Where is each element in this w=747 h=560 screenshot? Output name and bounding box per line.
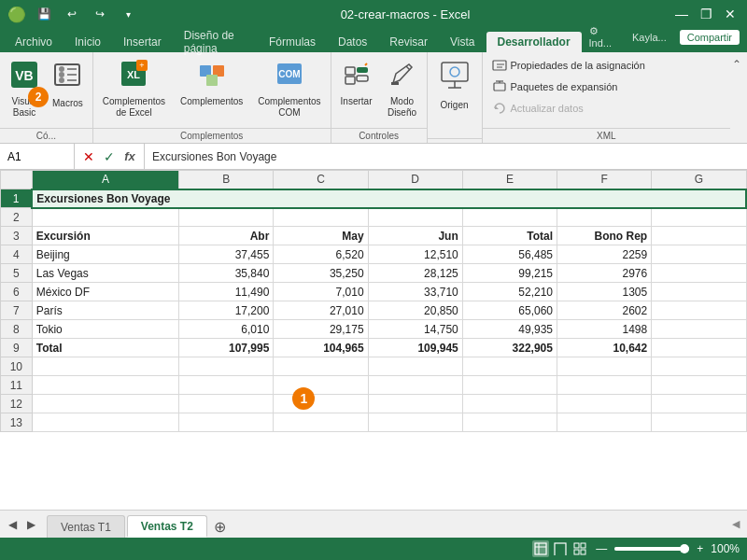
row-header-5[interactable]: 5 (1, 264, 33, 283)
cell-C10[interactable] (274, 357, 368, 376)
cell-D12[interactable] (368, 395, 462, 413)
cell-G3[interactable] (652, 227, 746, 245)
row-header-3[interactable]: 3 (1, 227, 33, 245)
zoom-in-button[interactable]: + (697, 542, 703, 555)
cell-C7[interactable]: 27,010 (274, 301, 368, 320)
cell-B8[interactable]: 6,010 (179, 320, 274, 339)
tab-insertar[interactable]: Insertar (112, 32, 173, 52)
cell-E9[interactable]: 322,905 (462, 339, 557, 357)
cell-E3[interactable]: Total (462, 227, 557, 245)
row-header-7[interactable]: 7 (1, 301, 33, 320)
confirm-formula-button[interactable]: ✓ (101, 148, 118, 165)
cell-A2[interactable] (32, 208, 178, 227)
cell-B12[interactable] (179, 395, 274, 413)
cell-G13[interactable] (652, 413, 746, 432)
cell-E4[interactable]: 56,485 (462, 245, 557, 264)
cell-E8[interactable]: 49,935 (462, 320, 557, 339)
complementos-com-button[interactable]: COM ComplementosCOM (252, 56, 326, 122)
cell-D8[interactable]: 14,750 (368, 320, 462, 339)
page-layout-button[interactable] (552, 540, 569, 557)
macros-button[interactable]: Macros (47, 56, 89, 113)
cell-F10[interactable] (557, 357, 651, 376)
col-header-B[interactable]: B (179, 171, 274, 189)
minimize-button[interactable]: — (672, 5, 691, 23)
col-header-D[interactable]: D (368, 171, 462, 189)
account-button[interactable]: Kayla... (625, 30, 674, 45)
insert-function-button[interactable]: fx (121, 148, 138, 165)
normal-view-button[interactable] (532, 540, 549, 557)
cell-C11[interactable] (274, 376, 368, 395)
tab-inicio[interactable]: Inicio (63, 32, 112, 52)
cell-C6[interactable]: 7,010 (274, 283, 368, 301)
cell-C9[interactable]: 104,965 (274, 339, 368, 357)
cell-B3[interactable]: Abr (179, 227, 274, 245)
scroll-left-button[interactable]: ◀ (4, 516, 21, 533)
cell-A10[interactable] (32, 357, 178, 376)
cell-D10[interactable] (368, 357, 462, 376)
collapse-button[interactable]: ⌃ (730, 56, 743, 73)
cell-B4[interactable]: 37,455 (179, 245, 274, 264)
cell-A9[interactable]: Total (32, 339, 178, 357)
cell-F3[interactable]: Bono Rep (557, 227, 651, 245)
tab-archivo[interactable]: Archivo (4, 32, 63, 52)
row-header-12[interactable]: 12 (1, 395, 33, 413)
tab-revisar[interactable]: Revisar (378, 32, 439, 52)
tab-diseno[interactable]: Diseño de página (173, 32, 258, 52)
row-header-6[interactable]: 6 (1, 283, 33, 301)
cell-E2[interactable] (462, 208, 557, 227)
cell-A6[interactable]: México DF (32, 283, 178, 301)
cell-C4[interactable]: 6,520 (274, 245, 368, 264)
cell-F5[interactable]: 2976 (557, 264, 651, 283)
cell-F12[interactable] (557, 395, 651, 413)
cell-B13[interactable] (179, 413, 274, 432)
cell-A12[interactable] (32, 395, 178, 413)
cell-D9[interactable]: 109,945 (368, 339, 462, 357)
cell-F7[interactable]: 2602 (557, 301, 651, 320)
cell-A5[interactable]: Las Vegas (32, 264, 178, 283)
complementos-excel-button[interactable]: XL + Complementosde Excel (97, 56, 171, 122)
cell-A3[interactable]: Excursión (32, 227, 178, 245)
cell-C13[interactable] (274, 413, 368, 432)
zoom-out-button[interactable]: — (596, 542, 607, 555)
undo-button[interactable]: ↩ (62, 4, 82, 24)
cancel-formula-button[interactable]: ✕ (80, 148, 97, 165)
help-button[interactable]: ⚙ Ind... (582, 23, 619, 50)
cell-G2[interactable] (652, 208, 746, 227)
cell-A8[interactable]: Tokio (32, 320, 178, 339)
cell-E13[interactable] (462, 413, 557, 432)
cell-B6[interactable]: 11,490 (179, 283, 274, 301)
cell-D2[interactable] (368, 208, 462, 227)
tab-desarrollador[interactable]: Desarrollador (486, 32, 582, 52)
scroll-right-button[interactable]: ▶ (22, 516, 39, 533)
cell-E6[interactable]: 52,210 (462, 283, 557, 301)
cell-C5[interactable]: 35,250 (274, 264, 368, 283)
cell-A1[interactable]: Excursiones Bon Voyage (32, 189, 746, 208)
cell-G9[interactable] (652, 339, 746, 357)
row-header-13[interactable]: 13 (1, 413, 33, 432)
cell-G6[interactable] (652, 283, 746, 301)
cell-F4[interactable]: 2259 (557, 245, 651, 264)
cell-G4[interactable] (652, 245, 746, 264)
cell-C3[interactable]: May (274, 227, 368, 245)
cell-G8[interactable] (652, 320, 746, 339)
cell-A11[interactable] (32, 376, 178, 395)
cell-C12[interactable]: 1 (274, 395, 368, 413)
cell-E10[interactable] (462, 357, 557, 376)
cell-D5[interactable]: 28,125 (368, 264, 462, 283)
quick-access-more[interactable]: ▾ (118, 4, 138, 24)
redo-button[interactable]: ↪ (90, 4, 110, 24)
insertar-controles-button[interactable]: Insertar (335, 56, 378, 111)
cell-A7[interactable]: París (32, 301, 178, 320)
tab-formulas[interactable]: Fórmulas (258, 32, 327, 52)
cell-B7[interactable]: 17,200 (179, 301, 274, 320)
cell-F6[interactable]: 1305 (557, 283, 651, 301)
cell-C8[interactable]: 29,175 (274, 320, 368, 339)
cell-B10[interactable] (179, 357, 274, 376)
cell-G7[interactable] (652, 301, 746, 320)
row-header-9[interactable]: 9 (1, 339, 33, 357)
cell-B2[interactable] (179, 208, 274, 227)
cell-F13[interactable] (557, 413, 651, 432)
cell-E12[interactable] (462, 395, 557, 413)
propiedades-asignacion-button[interactable]: Propiedades de la asignación (488, 56, 649, 75)
cell-D6[interactable]: 33,710 (368, 283, 462, 301)
